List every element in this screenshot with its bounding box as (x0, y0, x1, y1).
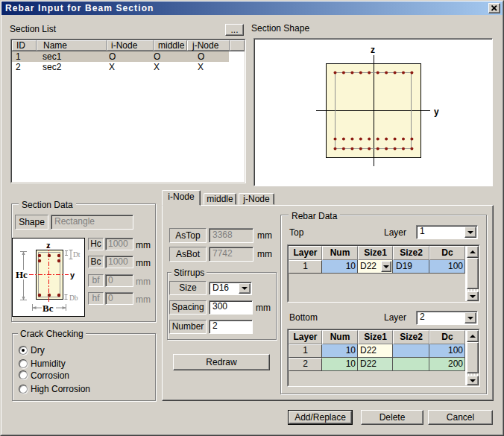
svg-text:Db: Db (69, 294, 78, 302)
svg-text:z: z (371, 45, 375, 55)
svg-text:Bc: Bc (42, 303, 54, 314)
svg-text:z: z (46, 241, 51, 250)
svg-text:Dt: Dt (73, 251, 81, 259)
svg-text:y: y (434, 107, 439, 117)
svg-text:Hc: Hc (16, 269, 28, 280)
svg-text:y: y (70, 271, 75, 279)
